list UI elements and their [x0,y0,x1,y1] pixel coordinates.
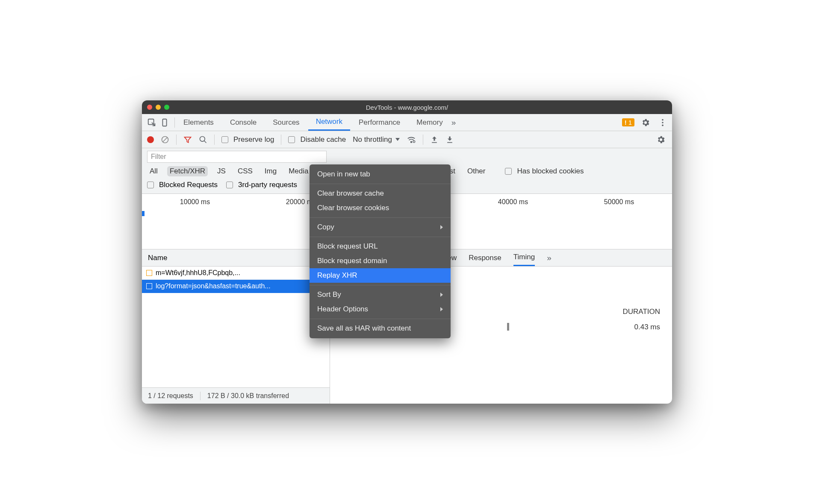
tab-console[interactable]: Console [222,114,264,131]
filter-type-css[interactable]: CSS [235,166,255,176]
third-party-label: 3rd-party requests [238,181,297,189]
filter-type-js[interactable]: JS [215,166,228,176]
filter-type-other[interactable]: Other [465,166,488,176]
requests-pane: Name m=Wt6vjf,hhhU8,FCpbqb,... log?forma… [142,249,330,404]
filter-type-fetch-xhr[interactable]: Fetch/XHR [167,166,208,176]
divider [310,217,451,218]
checkbox-icon [147,182,154,188]
device-toggle-icon[interactable] [160,118,169,127]
svg-point-10 [413,141,415,143]
network-conditions-icon[interactable] [407,135,416,144]
name-column-header[interactable]: Name [142,249,330,267]
warning-icon: ! [625,119,627,126]
divider [281,135,281,145]
settings-icon[interactable] [655,134,667,146]
svg-point-4 [662,124,664,126]
checkbox-icon [221,136,228,143]
divider [310,319,451,319]
divider [176,135,177,145]
titlebar: DevTools - www.google.com/ [142,100,672,114]
maximize-window-button[interactable] [164,105,169,110]
time-mark: 10000 ms [142,198,248,206]
ctx-block-domain[interactable]: Block request domain [310,254,451,268]
traffic-lights [147,105,169,110]
tab-memory[interactable]: Memory [409,114,450,131]
tab-performance[interactable]: Performance [351,114,408,131]
filter-icon[interactable] [183,135,192,144]
has-blocked-cookies-checkbox[interactable]: Has blocked cookies [505,167,584,176]
queueing-value: 0.43 ms [634,323,660,331]
filter-type-all[interactable]: All [147,166,160,176]
tab-network[interactable]: Network [308,114,350,131]
ctx-header-options[interactable]: Header Options [310,302,451,316]
devtools-window: DevTools - www.google.com/ Elements Cons… [142,100,672,404]
kebab-menu-icon[interactable] [657,117,669,129]
tab-elements[interactable]: Elements [176,114,221,131]
request-row[interactable]: log?format=json&hasfast=true&auth... [142,280,330,293]
svg-point-7 [200,136,205,141]
request-type-icon [146,270,152,276]
divider [423,135,423,145]
requests-count: 1 / 12 requests [148,392,193,400]
checkbox-icon [505,168,512,175]
ctx-open-new-tab[interactable]: Open in new tab [310,167,451,182]
window-title: DevTools - www.google.com/ [366,104,448,111]
ctx-save-har[interactable]: Save all as HAR with content [310,321,451,336]
search-icon[interactable] [199,135,207,144]
ctx-copy[interactable]: Copy [310,220,451,234]
clear-icon[interactable] [161,135,169,144]
network-toolbar: Preserve log Disable cache No throttling [142,131,672,148]
throttling-label: No throttling [353,135,392,144]
throttling-dropdown[interactable]: No throttling [353,135,400,144]
blocked-requests-checkbox[interactable]: Blocked Requests [147,181,218,189]
svg-point-3 [662,122,664,123]
inspect-element-icon[interactable] [147,118,156,127]
disable-cache-label: Disable cache [300,135,346,144]
blocked-requests-label: Blocked Requests [159,181,218,189]
disable-cache-checkbox[interactable]: Disable cache [288,135,346,144]
more-tabs-icon[interactable]: » [451,118,456,127]
duration-header: DURATION [622,308,660,316]
svg-line-6 [163,138,167,142]
chevron-right-icon [440,293,443,297]
filter-type-img[interactable]: Img [262,166,279,176]
checkbox-icon [226,182,233,188]
svg-line-8 [204,141,206,143]
status-footer: 1 / 12 requests 172 B / 30.0 kB transfer… [142,387,330,404]
third-party-checkbox[interactable]: 3rd-party requests [226,181,297,189]
filter-type-media[interactable]: Media [286,166,311,176]
ctx-clear-cache[interactable]: Clear browser cache [310,186,451,201]
record-button[interactable] [147,136,154,143]
preserve-log-checkbox[interactable]: Preserve log [221,135,274,144]
divider [310,285,451,285]
close-window-button[interactable] [147,105,152,110]
issues-badge[interactable]: ! 1 [622,118,634,126]
request-row[interactable]: m=Wt6vjf,hhhU8,FCpbqb,... [142,267,330,280]
upload-har-icon[interactable] [430,135,439,144]
download-har-icon[interactable] [445,135,454,144]
chevron-down-icon [395,138,400,141]
divider [174,117,175,128]
ctx-clear-cookies[interactable]: Clear browser cookies [310,201,451,215]
divider [214,135,215,145]
svg-point-2 [662,119,664,120]
settings-icon[interactable] [640,117,652,129]
more-detail-tabs-icon[interactable]: » [547,253,552,263]
has-blocked-cookies-label: Has blocked cookies [517,167,584,176]
tab-response[interactable]: Response [469,249,501,266]
timeline-marker [142,211,145,216]
filter-input[interactable]: Filter [147,151,327,163]
transferred-size: 172 B / 30.0 kB transferred [207,392,289,400]
preserve-log-label: Preserve log [233,135,274,144]
ctx-replay-xhr[interactable]: Replay XHR [310,268,451,283]
tab-sources[interactable]: Sources [265,114,307,131]
minimize-window-button[interactable] [156,105,161,110]
checkbox-icon [288,136,295,143]
ctx-block-url[interactable]: Block request URL [310,239,451,254]
tab-timing[interactable]: Timing [513,249,535,266]
panel-tabs: Elements Console Sources Network Perform… [142,114,672,131]
issues-count: 1 [628,119,632,126]
ctx-sort-by[interactable]: Sort By [310,287,451,302]
svg-point-9 [411,141,412,143]
time-mark: 40000 ms [460,198,566,206]
